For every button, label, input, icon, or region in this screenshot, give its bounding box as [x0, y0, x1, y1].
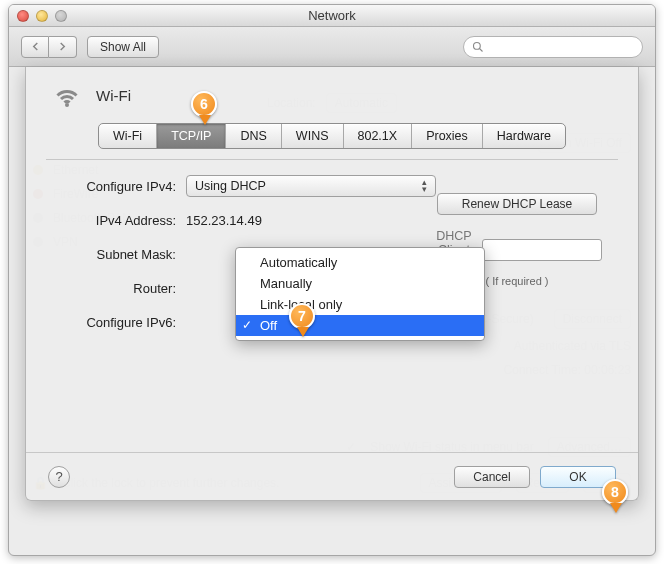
ipv4-method-value: Using DHCP: [195, 179, 266, 193]
traffic-lights: [17, 10, 67, 22]
ipv6-option-link-local-only[interactable]: Link-local only: [236, 294, 484, 315]
ipv6-option-manually[interactable]: Manually: [236, 273, 484, 294]
preferences-window: Network Show All Location: Automatic Sta…: [8, 4, 656, 556]
ipv4-address-label: IPv4 Address:: [56, 213, 186, 228]
help-button[interactable]: ?: [48, 466, 70, 488]
titlebar: Network: [9, 5, 655, 27]
ipv6-option-off[interactable]: ✓Off: [236, 315, 484, 336]
search-icon: [472, 41, 484, 53]
show-all-button[interactable]: Show All: [87, 36, 159, 58]
tab-dns[interactable]: DNS: [226, 124, 281, 148]
renew-dhcp-button[interactable]: Renew DHCP Lease: [437, 193, 597, 215]
search-input[interactable]: [490, 39, 644, 55]
configure-ipv4-label: Configure IPv4:: [56, 179, 186, 194]
subnet-mask-label: Subnet Mask:: [56, 247, 186, 262]
nav-back-forward: [21, 36, 77, 58]
ipv6-option-automatically[interactable]: Automatically: [236, 252, 484, 273]
chevron-left-icon: [31, 42, 40, 51]
popup-arrows-icon: ▴▾: [422, 179, 427, 193]
ok-button[interactable]: OK: [540, 466, 616, 488]
svg-point-0: [474, 42, 481, 49]
minimize-window-button[interactable]: [36, 10, 48, 22]
configure-ipv6-label: Configure IPv6:: [56, 315, 186, 330]
router-label: Router:: [56, 281, 186, 296]
check-icon: ✓: [242, 318, 252, 332]
advanced-sheet: Wi-Fi Wi-FiTCP/IPDNSWINS802.1XProxiesHar…: [25, 67, 639, 501]
back-button[interactable]: [21, 36, 49, 58]
search-field-wrap: [463, 36, 643, 58]
tab-bar: Wi-FiTCP/IPDNSWINS802.1XProxiesHardware: [98, 123, 566, 149]
ipv4-address-value: 152.23.14.49: [186, 213, 262, 228]
forward-button[interactable]: [49, 36, 77, 58]
window-title: Network: [308, 8, 356, 23]
tab-hardware[interactable]: Hardware: [483, 124, 565, 148]
tab-8021x[interactable]: 802.1X: [344, 124, 413, 148]
wifi-icon: [50, 81, 84, 109]
configure-ipv4-popup[interactable]: Using DHCP ▴▾: [186, 175, 436, 197]
tab-wifi[interactable]: Wi-Fi: [99, 124, 157, 148]
service-name: Wi-Fi: [96, 87, 131, 104]
svg-line-1: [480, 48, 483, 51]
tab-proxies[interactable]: Proxies: [412, 124, 483, 148]
tab-wins[interactable]: WINS: [282, 124, 344, 148]
zoom-window-button[interactable]: [55, 10, 67, 22]
tab-tcpip[interactable]: TCP/IP: [157, 124, 226, 148]
toolbar: Show All: [9, 27, 655, 67]
close-window-button[interactable]: [17, 10, 29, 22]
sheet-footer: ? Cancel OK: [26, 452, 638, 500]
cancel-button[interactable]: Cancel: [454, 466, 530, 488]
chevron-right-icon: [58, 42, 67, 51]
configure-ipv6-menu: AutomaticallyManuallyLink-local only✓Off: [235, 247, 485, 341]
window-body: Location: Automatic Status: Connected Tu…: [9, 67, 655, 555]
dhcp-client-id-input[interactable]: [482, 239, 602, 261]
